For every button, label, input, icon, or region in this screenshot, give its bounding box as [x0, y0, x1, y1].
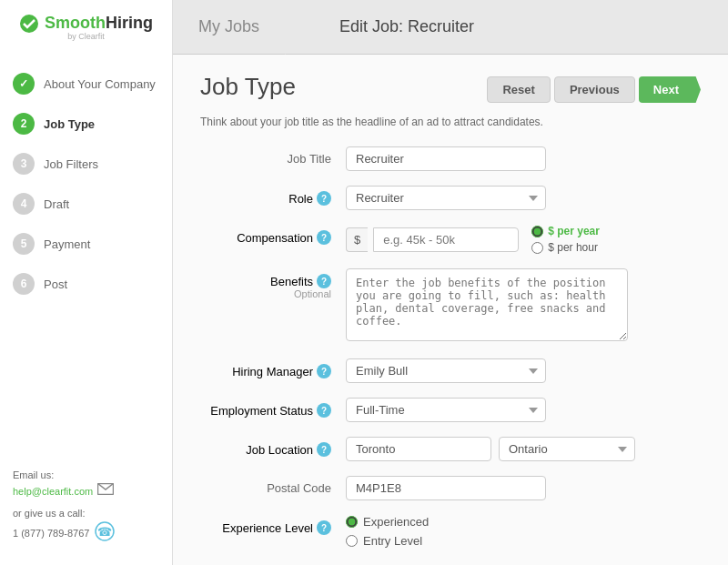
compensation-help-icon[interactable]: ?: [317, 230, 331, 245]
employment-status-label-wrap: Employment Status ?: [200, 398, 346, 418]
nav-tab-myjobs[interactable]: My Jobs: [173, 0, 285, 55]
employment-status-help-icon[interactable]: ?: [317, 403, 331, 418]
hiring-manager-select[interactable]: Emily Bull John Smith: [346, 358, 546, 383]
job-title-row: Job Title: [200, 146, 701, 171]
role-help-icon[interactable]: ?: [317, 191, 331, 206]
hiring-manager-row: Hiring Manager ? Emily Bull John Smith: [200, 358, 701, 383]
call-label: or give us a call:: [13, 506, 159, 522]
logo-smooth: Smooth: [45, 14, 106, 32]
subtitle: Think about your job title as the headli…: [200, 116, 701, 128]
experience-level-control: Experienced Entry Level: [346, 515, 701, 548]
step-1-circle: ✓: [13, 73, 35, 95]
svg-text:☎: ☎: [97, 525, 112, 539]
step-4-circle: 4: [13, 193, 35, 215]
employment-status-label: Employment Status: [210, 404, 313, 418]
compensation-row-inner: $ $ per year $ per hour: [346, 225, 701, 254]
reset-button[interactable]: Reset: [487, 76, 550, 103]
postal-code-input[interactable]: [346, 476, 546, 500]
main-content: Job Type Reset Previous Next Think about…: [173, 55, 728, 565]
benefits-row: Benefits ? Optional: [200, 268, 701, 344]
employment-status-select[interactable]: Full-Time Part-Time Contract: [346, 398, 546, 422]
previous-button[interactable]: Previous: [554, 76, 635, 103]
email-link[interactable]: help@clearfit.com: [13, 484, 93, 500]
per-year-option[interactable]: $ per year: [531, 225, 600, 237]
experienced-option[interactable]: Experienced: [346, 515, 701, 529]
per-hour-option[interactable]: $ per hour: [531, 241, 600, 254]
hiring-manager-label: Hiring Manager: [232, 365, 313, 378]
job-location-help-icon[interactable]: ?: [317, 442, 331, 457]
svg-point-0: [20, 15, 38, 33]
sidebar-item-payment[interactable]: 5 Payment: [0, 224, 172, 264]
role-control: Recruiter Manager Developer: [346, 186, 701, 210]
entry-level-radio[interactable]: [346, 535, 358, 547]
per-hour-label: $ per hour: [548, 241, 598, 254]
hiring-manager-control: Emily Bull John Smith: [346, 358, 701, 383]
postal-code-label: Postal Code: [200, 476, 346, 495]
hiring-manager-help-icon[interactable]: ?: [317, 364, 331, 378]
postal-code-control: [346, 476, 701, 500]
entry-level-label: Entry Level: [363, 534, 422, 548]
experience-level-row: Experience Level ? Experienced Entry Lev…: [200, 515, 701, 548]
step-2-circle: 2: [13, 113, 35, 135]
compensation-radio-group: $ per year $ per hour: [531, 225, 600, 254]
sidebar-item-post-label: Post: [44, 277, 67, 291]
mail-icon: [97, 483, 114, 500]
benefits-label-wrap: Benefits ? Optional: [200, 268, 346, 299]
job-title-label: Job Title: [200, 146, 346, 166]
job-location-label: Job Location: [246, 443, 313, 457]
sidebar-footer: Email us: help@clearfit.com or give us a…: [0, 459, 172, 556]
sidebar-item-jobtype-label: Job Type: [44, 117, 95, 131]
sidebar-item-draft[interactable]: 4 Draft: [0, 184, 172, 224]
sidebar-item-about-label: About Your Company: [44, 77, 156, 91]
province-select[interactable]: Ontario British Columbia Alberta Quebec: [499, 437, 635, 461]
employment-status-row: Employment Status ? Full-Time Part-Time …: [200, 398, 701, 422]
benefits-optional-label: Optional: [294, 288, 331, 299]
job-location-row: Job Location ? Ontario British Columbia …: [200, 437, 701, 461]
sidebar-item-jobtype[interactable]: 2 Job Type: [0, 104, 172, 144]
sidebar-item-payment-label: Payment: [44, 237, 90, 251]
sidebar-item-post[interactable]: 6 Post: [0, 264, 172, 304]
role-row: Role ? Recruiter Manager Developer: [200, 186, 701, 210]
next-button[interactable]: Next: [639, 76, 701, 103]
nav-tabs: My Jobs Edit Job: Recruiter: [173, 0, 474, 55]
benefits-textarea[interactable]: [346, 268, 628, 341]
role-select[interactable]: Recruiter Manager Developer: [346, 186, 546, 210]
logo: SmoothHiring by Clearfit: [0, 0, 173, 55]
action-buttons: Reset Previous Next: [487, 76, 701, 103]
experienced-radio[interactable]: [346, 516, 358, 528]
dollar-sign: $: [346, 227, 368, 252]
per-year-label: $ per year: [548, 225, 600, 237]
exp-group: Experienced Entry Level: [346, 515, 701, 548]
benefits-label: Benefits: [270, 275, 313, 288]
sidebar-items: ✓ About Your Company 2 Job Type 3 Job Fi…: [0, 55, 172, 304]
logo-icon: [19, 14, 39, 34]
entry-level-option[interactable]: Entry Level: [346, 534, 701, 548]
compensation-input[interactable]: [373, 227, 519, 252]
phone-icon: ☎: [95, 521, 115, 547]
per-hour-radio[interactable]: [531, 242, 543, 254]
compensation-label-wrap: Compensation ?: [200, 225, 346, 245]
benefits-control: [346, 268, 701, 344]
page-title: Job Type: [200, 73, 296, 101]
sidebar-item-about[interactable]: ✓ About Your Company: [0, 64, 172, 104]
per-year-radio[interactable]: [531, 226, 543, 237]
city-input[interactable]: [346, 437, 491, 461]
postal-code-row: Postal Code: [200, 476, 701, 500]
nav-tab-editjob: Edit Job: Recruiter: [312, 17, 474, 36]
sidebar-item-jobfilters-label: Job Filters: [44, 157, 98, 171]
compensation-label: Compensation: [237, 231, 313, 245]
job-title-input[interactable]: [346, 146, 546, 171]
logo-sub: by Clearfit: [19, 32, 153, 41]
step-6-circle: 6: [13, 273, 35, 295]
sidebar: ✓ About Your Company 2 Job Type 3 Job Fi…: [0, 55, 173, 565]
compensation-row: Compensation ? $ $ per year $ per hour: [200, 225, 701, 254]
role-label: Role: [288, 192, 313, 206]
sidebar-item-jobfilters[interactable]: 3 Job Filters: [0, 144, 172, 184]
step-5-circle: 5: [13, 233, 35, 255]
employment-status-control: Full-Time Part-Time Contract: [346, 398, 701, 422]
job-location-control: Ontario British Columbia Alberta Quebec: [346, 437, 701, 461]
experience-level-label-wrap: Experience Level ?: [200, 515, 346, 535]
job-location-label-wrap: Job Location ?: [200, 437, 346, 457]
benefits-help-icon[interactable]: ?: [317, 274, 331, 288]
experience-level-help-icon[interactable]: ?: [317, 520, 331, 535]
